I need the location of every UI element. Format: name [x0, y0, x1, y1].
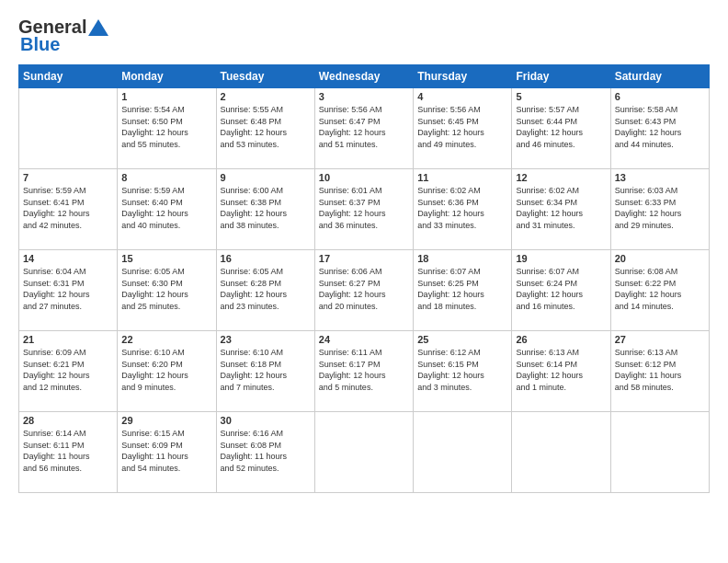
day-cell: 21Sunrise: 6:09 AM Sunset: 6:21 PM Dayli… [19, 331, 118, 412]
day-cell [19, 88, 118, 169]
day-info: Sunrise: 5:56 AM Sunset: 6:45 PM Dayligh… [417, 104, 507, 150]
day-number: 5 [516, 91, 606, 102]
day-number: 30 [221, 415, 311, 426]
day-info: Sunrise: 6:13 AM Sunset: 6:12 PM Dayligh… [615, 347, 705, 393]
column-header-tuesday: Tuesday [216, 65, 314, 88]
day-cell: 20Sunrise: 6:08 AM Sunset: 6:22 PM Dayli… [610, 250, 709, 331]
day-cell: 26Sunrise: 6:13 AM Sunset: 6:14 PM Dayli… [512, 331, 610, 412]
day-number: 18 [417, 253, 507, 264]
day-number: 26 [516, 334, 606, 345]
day-cell [512, 412, 610, 493]
day-cell: 14Sunrise: 6:04 AM Sunset: 6:31 PM Dayli… [19, 250, 118, 331]
day-cell: 11Sunrise: 6:02 AM Sunset: 6:36 PM Dayli… [414, 169, 512, 250]
logo-icon [88, 19, 108, 36]
column-header-monday: Monday [118, 65, 216, 88]
day-info: Sunrise: 6:07 AM Sunset: 6:25 PM Dayligh… [417, 266, 507, 312]
day-cell: 30Sunrise: 6:16 AM Sunset: 6:08 PM Dayli… [216, 412, 314, 493]
day-info: Sunrise: 5:56 AM Sunset: 6:47 PM Dayligh… [319, 104, 409, 150]
day-info: Sunrise: 6:14 AM Sunset: 6:11 PM Dayligh… [23, 428, 113, 474]
day-number: 22 [121, 334, 211, 345]
day-info: Sunrise: 6:05 AM Sunset: 6:28 PM Dayligh… [221, 266, 311, 312]
day-number: 12 [516, 172, 606, 183]
day-cell: 18Sunrise: 6:07 AM Sunset: 6:25 PM Dayli… [414, 250, 512, 331]
week-row-3: 14Sunrise: 6:04 AM Sunset: 6:31 PM Dayli… [19, 250, 710, 331]
day-info: Sunrise: 5:58 AM Sunset: 6:43 PM Dayligh… [615, 104, 705, 150]
day-info: Sunrise: 5:57 AM Sunset: 6:44 PM Dayligh… [516, 104, 606, 150]
day-cell: 15Sunrise: 6:05 AM Sunset: 6:30 PM Dayli… [118, 250, 216, 331]
calendar: SundayMondayTuesdayWednesdayThursdayFrid… [18, 64, 710, 493]
day-info: Sunrise: 6:16 AM Sunset: 6:08 PM Dayligh… [221, 428, 311, 474]
day-number: 10 [319, 172, 409, 183]
week-row-2: 7Sunrise: 5:59 AM Sunset: 6:41 PM Daylig… [19, 169, 710, 250]
day-info: Sunrise: 6:06 AM Sunset: 6:27 PM Dayligh… [319, 266, 409, 312]
day-number: 6 [615, 91, 705, 102]
day-number: 28 [23, 415, 113, 426]
day-cell: 1Sunrise: 5:54 AM Sunset: 6:50 PM Daylig… [118, 88, 216, 169]
day-info: Sunrise: 6:02 AM Sunset: 6:36 PM Dayligh… [417, 185, 507, 231]
day-info: Sunrise: 6:08 AM Sunset: 6:22 PM Dayligh… [615, 266, 705, 312]
day-cell: 29Sunrise: 6:15 AM Sunset: 6:09 PM Dayli… [118, 412, 216, 493]
day-cell: 4Sunrise: 5:56 AM Sunset: 6:45 PM Daylig… [414, 88, 512, 169]
day-info: Sunrise: 6:13 AM Sunset: 6:14 PM Dayligh… [516, 347, 606, 393]
week-row-5: 28Sunrise: 6:14 AM Sunset: 6:11 PM Dayli… [19, 412, 710, 493]
column-header-wednesday: Wednesday [314, 65, 413, 88]
day-cell: 2Sunrise: 5:55 AM Sunset: 6:48 PM Daylig… [216, 88, 314, 169]
day-number: 29 [121, 415, 211, 426]
day-info: Sunrise: 6:03 AM Sunset: 6:33 PM Dayligh… [615, 185, 705, 231]
day-number: 21 [23, 334, 113, 345]
day-cell: 10Sunrise: 6:01 AM Sunset: 6:37 PM Dayli… [314, 169, 413, 250]
day-info: Sunrise: 6:11 AM Sunset: 6:17 PM Dayligh… [319, 347, 409, 393]
column-header-thursday: Thursday [414, 65, 512, 88]
day-info: Sunrise: 5:54 AM Sunset: 6:50 PM Dayligh… [121, 104, 211, 150]
day-cell: 3Sunrise: 5:56 AM Sunset: 6:47 PM Daylig… [314, 88, 413, 169]
day-number: 23 [221, 334, 311, 345]
day-number: 2 [221, 91, 311, 102]
day-cell: 7Sunrise: 5:59 AM Sunset: 6:41 PM Daylig… [19, 169, 118, 250]
day-info: Sunrise: 6:00 AM Sunset: 6:38 PM Dayligh… [221, 185, 311, 231]
day-cell: 16Sunrise: 6:05 AM Sunset: 6:28 PM Dayli… [216, 250, 314, 331]
day-info: Sunrise: 6:09 AM Sunset: 6:21 PM Dayligh… [23, 347, 113, 393]
day-info: Sunrise: 6:10 AM Sunset: 6:18 PM Dayligh… [221, 347, 311, 393]
day-cell: 28Sunrise: 6:14 AM Sunset: 6:11 PM Dayli… [19, 412, 118, 493]
day-number: 16 [221, 253, 311, 264]
day-cell: 6Sunrise: 5:58 AM Sunset: 6:43 PM Daylig… [610, 88, 709, 169]
day-cell: 13Sunrise: 6:03 AM Sunset: 6:33 PM Dayli… [610, 169, 709, 250]
day-cell: 19Sunrise: 6:07 AM Sunset: 6:24 PM Dayli… [512, 250, 610, 331]
day-info: Sunrise: 5:59 AM Sunset: 6:40 PM Dayligh… [121, 185, 211, 231]
day-number: 11 [417, 172, 507, 183]
day-number: 25 [417, 334, 507, 345]
day-number: 17 [319, 253, 409, 264]
day-number: 4 [417, 91, 507, 102]
column-header-friday: Friday [512, 65, 610, 88]
day-info: Sunrise: 6:01 AM Sunset: 6:37 PM Dayligh… [319, 185, 409, 231]
week-row-1: 1Sunrise: 5:54 AM Sunset: 6:50 PM Daylig… [19, 88, 710, 169]
day-number: 1 [121, 91, 211, 102]
calendar-header-row: SundayMondayTuesdayWednesdayThursdayFrid… [19, 65, 710, 88]
day-info: Sunrise: 6:05 AM Sunset: 6:30 PM Dayligh… [121, 266, 211, 312]
day-cell [314, 412, 413, 493]
day-info: Sunrise: 6:02 AM Sunset: 6:34 PM Dayligh… [516, 185, 606, 231]
column-header-sunday: Sunday [19, 65, 118, 88]
day-number: 13 [615, 172, 705, 183]
day-info: Sunrise: 6:12 AM Sunset: 6:15 PM Dayligh… [417, 347, 507, 393]
day-number: 24 [319, 334, 409, 345]
day-number: 8 [121, 172, 211, 183]
day-info: Sunrise: 6:15 AM Sunset: 6:09 PM Dayligh… [121, 428, 211, 474]
week-row-4: 21Sunrise: 6:09 AM Sunset: 6:21 PM Dayli… [19, 331, 710, 412]
day-cell: 5Sunrise: 5:57 AM Sunset: 6:44 PM Daylig… [512, 88, 610, 169]
day-info: Sunrise: 5:59 AM Sunset: 6:41 PM Dayligh… [23, 185, 113, 231]
day-cell: 22Sunrise: 6:10 AM Sunset: 6:20 PM Dayli… [118, 331, 216, 412]
day-number: 27 [615, 334, 705, 345]
day-info: Sunrise: 6:04 AM Sunset: 6:31 PM Dayligh… [23, 266, 113, 312]
day-info: Sunrise: 6:07 AM Sunset: 6:24 PM Dayligh… [516, 266, 606, 312]
column-header-saturday: Saturday [610, 65, 709, 88]
day-number: 14 [23, 253, 113, 264]
day-number: 7 [23, 172, 113, 183]
day-cell [414, 412, 512, 493]
page-header: General Blue [18, 17, 710, 55]
day-number: 9 [221, 172, 311, 183]
day-cell: 9Sunrise: 6:00 AM Sunset: 6:38 PM Daylig… [216, 169, 314, 250]
day-number: 19 [516, 253, 606, 264]
day-number: 3 [319, 91, 409, 102]
day-info: Sunrise: 6:10 AM Sunset: 6:20 PM Dayligh… [121, 347, 211, 393]
